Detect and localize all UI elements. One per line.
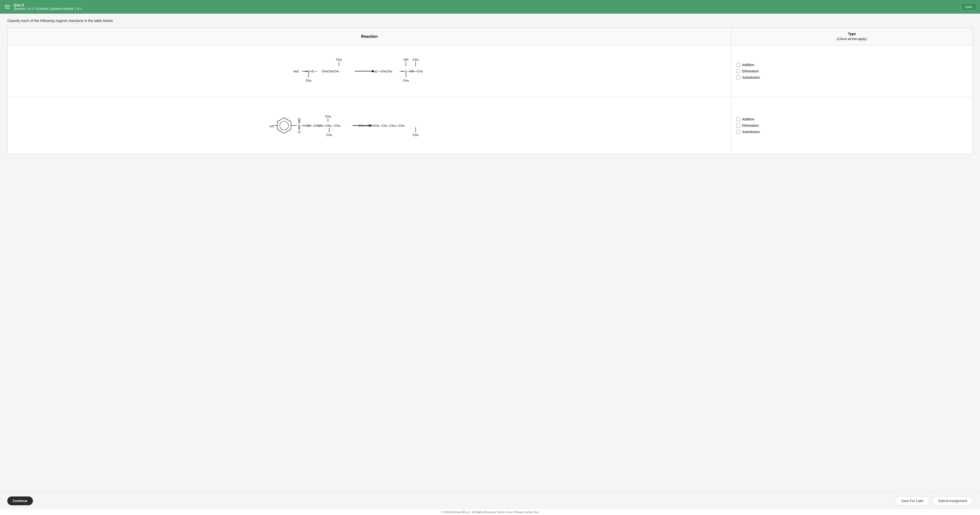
checkbox-addition-input-2[interactable]	[737, 117, 740, 121]
svg-text:H₃C—CH₂CH₂: H₃C—CH₂CH₂	[372, 69, 392, 73]
checkbox-elimination-input-1[interactable]	[737, 69, 740, 73]
checkbox-substitution-label-1: Substitution	[742, 75, 760, 80]
type-sublabel: (Check all that apply.)	[837, 37, 867, 41]
svg-text:CH—CH₂—CH₃: CH—CH₂—CH₃	[318, 124, 340, 128]
svg-text:CH₃: CH₃	[326, 133, 332, 137]
svg-text:CH₃: CH₃	[413, 133, 418, 137]
quiz-name: Quiz 6	[14, 3, 82, 7]
checkbox-addition-2[interactable]: Addition	[737, 117, 967, 121]
table-row: H₃C S O O	[8, 97, 973, 154]
svg-text:CH₃: CH₃	[403, 79, 409, 82]
checkbox-addition-1[interactable]: Addition	[737, 63, 967, 67]
copyright-text: © 2024 McGraw Hill LLC. All Rights Reser…	[441, 510, 539, 513]
checkbox-addition-label-1: Addition	[742, 63, 755, 67]
svg-text:CH₂CH₂CH₃: CH₂CH₂CH₃	[321, 69, 339, 73]
svg-text:CH₃: CH₃	[305, 79, 312, 82]
type-cell-2: Addition Elimination Substitution	[731, 97, 972, 154]
svg-text:—C═C—: —C═C—	[304, 69, 318, 73]
svg-text:CH₃: CH₃	[336, 58, 342, 61]
table-header-row: Reaction Type (Check all that apply.)	[8, 28, 973, 45]
svg-text:CH₃—CH═CH—CH—CH₂—CH₃: CH₃—CH═CH—CH—CH₂—CH₃	[358, 124, 404, 128]
svg-text:S: S	[298, 124, 301, 128]
type-label: Type	[848, 32, 856, 36]
footer-right-buttons: Save For Later Submit Assignment	[896, 496, 973, 505]
submit-assignment-button[interactable]: Submit Assignment	[932, 496, 973, 505]
svg-point-22	[280, 121, 288, 130]
checkbox-substitution-label-2: Substitution	[742, 130, 760, 134]
checkbox-elimination-label-2: Elimination	[742, 124, 759, 128]
svg-text:CH₃: CH₃	[413, 58, 418, 61]
svg-text:CH₃: CH₃	[325, 115, 331, 118]
header-left: Quiz 6 Question 1 of 17 (4 points) | Que…	[4, 3, 82, 11]
continue-button[interactable]: Continue	[7, 496, 33, 505]
table-row: CH₃ H₃C —C═C— CH₂CH₂CH₃ CH₃	[8, 45, 973, 97]
header-titles: Quiz 6 Question 1 of 17 (4 points) | Que…	[14, 3, 82, 11]
checkbox-substitution-input-2[interactable]	[737, 130, 740, 134]
checkbox-substitution-input-1[interactable]	[737, 75, 740, 80]
svg-text:CH—CH₃: CH—CH₃	[409, 69, 423, 73]
instruction-text: Classify each of the following organic r…	[7, 19, 973, 23]
type-cell-1: Addition Elimination Substitution	[731, 45, 972, 97]
save-for-later-button[interactable]: Save For Later	[896, 496, 929, 505]
svg-text:OH: OH	[404, 58, 408, 61]
svg-marker-21	[277, 118, 291, 133]
reaction-cell-2: H₃C S O O	[8, 97, 732, 154]
reaction-1-svg: CH₃ H₃C —C═C— CH₂CH₂CH₃ CH₃	[277, 49, 462, 93]
checkbox-addition-input-1[interactable]	[737, 63, 740, 67]
checkbox-group-2: Addition Elimination Substitution	[737, 117, 967, 134]
col-type-header: Type (Check all that apply.)	[731, 28, 972, 45]
svg-text:—C—: —C—	[402, 69, 410, 73]
checkbox-substitution-1[interactable]: Substitution	[737, 75, 967, 80]
main-content: Classify each of the following organic r…	[0, 14, 980, 493]
reaction-diagram-1: CH₃ H₃C —C═C— CH₂CH₂CH₃ CH₃	[13, 49, 726, 93]
svg-text:H₃C: H₃C	[293, 69, 299, 73]
page-footer: Continue Save For Later Submit Assignmen…	[0, 493, 980, 509]
hamburger-menu[interactable]	[4, 4, 11, 10]
svg-text:O: O	[298, 130, 301, 134]
reaction-diagram-2: H₃C S O O	[13, 101, 726, 150]
checkbox-elimination-1[interactable]: Elimination	[737, 69, 967, 73]
checkbox-elimination-label-1: Elimination	[742, 69, 759, 73]
checkbox-substitution-2[interactable]: Substitution	[737, 130, 967, 134]
checkbox-group-1: Addition Elimination Substitution	[737, 63, 967, 80]
page-header: Quiz 6 Question 1 of 17 (4 points) | Que…	[0, 0, 980, 14]
checkbox-addition-label-2: Addition	[742, 117, 755, 121]
benzene-ring	[277, 118, 291, 133]
svg-text:H₃C: H₃C	[269, 124, 274, 128]
question-subtitle: Question 1 of 17 (4 points) | Question A…	[14, 7, 82, 11]
reaction-2-svg: H₃C S O O	[269, 101, 469, 150]
user-button[interactable]: Liam	[961, 3, 976, 11]
checkbox-elimination-2[interactable]: Elimination	[737, 124, 967, 128]
svg-text:O: O	[298, 118, 301, 121]
col-reaction-header: Reaction	[8, 28, 732, 45]
reaction-cell-1: CH₃ H₃C —C═C— CH₂CH₂CH₃ CH₃	[8, 45, 732, 97]
checkbox-elimination-input-2[interactable]	[737, 124, 740, 128]
copyright-bar: © 2024 McGraw Hill LLC. All Rights Reser…	[0, 509, 980, 515]
reaction-table: Reaction Type (Check all that apply.) CH…	[7, 27, 973, 154]
